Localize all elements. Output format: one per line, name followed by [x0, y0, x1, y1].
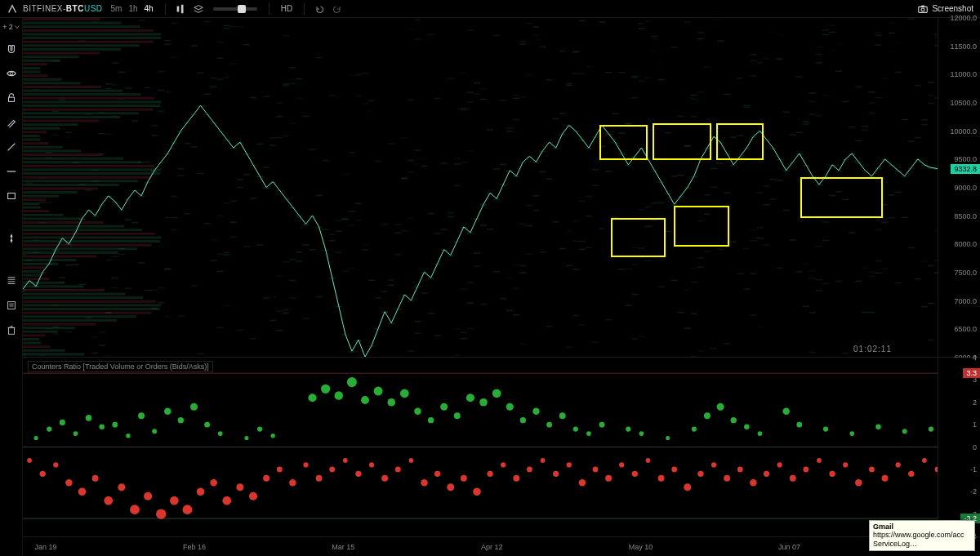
svg-rect-781 [23, 139, 41, 141]
price-pane[interactable]: 01:02:11 6000.06500.07000.07500.08000.08… [23, 18, 980, 358]
indicator-plot[interactable]: Counters Ratio [Traded Volume or Orders … [23, 358, 938, 536]
svg-point-12 [10, 239, 12, 242]
svg-rect-407 [513, 287, 519, 288]
svg-point-855 [204, 422, 210, 428]
svg-rect-816 [23, 270, 39, 273]
timeframe-5m[interactable]: 5m [108, 4, 126, 13]
line-tool-icon[interactable] [5, 140, 18, 153]
svg-point-926 [381, 475, 388, 482]
svg-rect-168 [211, 78, 217, 78]
svg-rect-280 [349, 152, 355, 153]
svg-rect-523 [658, 60, 665, 61]
layers-icon[interactable] [192, 2, 205, 16]
measure-tool-icon[interactable] [5, 232, 18, 245]
svg-rect-720 [908, 18, 915, 19]
svg-rect-558 [697, 257, 704, 258]
timeframe-1h[interactable]: 1h [125, 4, 140, 13]
svg-rect-668 [835, 280, 842, 281]
svg-rect-365 [461, 332, 467, 333]
svg-rect-361 [461, 108, 467, 109]
svg-point-873 [479, 398, 488, 407]
svg-rect-95 [112, 84, 118, 85]
price-ytick: 8500.0 [954, 212, 977, 220]
svg-point-887 [704, 412, 710, 419]
svg-rect-115 [138, 20, 145, 20]
svg-point-921 [316, 475, 323, 482]
time-xtick: Apr 12 [481, 543, 503, 551]
svg-rect-429 [540, 33, 546, 34]
svg-rect-531 [671, 47, 678, 47]
svg-point-882 [599, 422, 605, 428]
svg-rect-576 [724, 94, 730, 95]
svg-rect-672 [842, 353, 849, 354]
hline-tool-icon[interactable] [5, 165, 18, 178]
svg-rect-106 [118, 254, 125, 255]
svg-point-902 [65, 479, 72, 486]
magnet-icon[interactable] [5, 42, 18, 56]
svg-rect-370 [467, 91, 474, 92]
note-tool-icon[interactable] [5, 299, 18, 312]
svg-point-864 [361, 396, 369, 404]
svg-rect-519 [652, 36, 658, 37]
svg-rect-379 [474, 252, 480, 253]
opacity-slider-knob[interactable] [238, 5, 246, 13]
svg-rect-198 [237, 187, 243, 188]
svg-rect-600 [756, 62, 763, 63]
svg-rect-366 [461, 288, 467, 289]
price-y-axis[interactable]: 6000.06500.07000.07500.08000.08500.09000… [938, 18, 980, 357]
svg-rect-683 [862, 312, 868, 313]
svg-rect-398 [506, 131, 513, 131]
svg-rect-428 [532, 210, 539, 211]
svg-rect-192 [230, 221, 237, 222]
svg-rect-762 [23, 67, 40, 69]
eye-icon[interactable] [5, 67, 18, 80]
price-plot[interactable]: 01:02:11 [23, 18, 938, 357]
app-logo-icon[interactable] [7, 3, 18, 15]
svg-rect-295 [368, 100, 375, 101]
svg-rect-449 [566, 346, 572, 347]
brush-icon[interactable] [5, 116, 18, 129]
symbol-label[interactable]: BITFINEX-BTCUSD [23, 4, 103, 13]
timeframe-4h[interactable]: 4h [141, 4, 157, 13]
svg-rect-779 [23, 131, 47, 133]
rect-tool-icon[interactable] [5, 189, 18, 202]
indicator-pane[interactable]: Counters Ratio [Traded Volume or Orders … [23, 358, 980, 536]
svg-rect-787 [23, 161, 141, 163]
svg-rect-58 [65, 265, 72, 265]
svg-rect-150 [177, 168, 184, 169]
svg-rect-808 [23, 240, 160, 242]
opacity-slider[interactable] [213, 7, 257, 11]
screenshot-button[interactable]: Screenshot [917, 3, 973, 15]
svg-rect-608 [764, 204, 770, 205]
svg-point-934 [487, 471, 492, 477]
svg-rect-532 [671, 176, 678, 176]
highlight-box [800, 177, 883, 218]
svg-rect-222 [276, 137, 283, 138]
indicator-y-axis[interactable]: -4-3-2-1012343.3-3.2 [938, 358, 980, 536]
svg-rect-200 [243, 43, 250, 44]
trash-icon[interactable] [5, 323, 18, 336]
svg-rect-817 [23, 274, 41, 277]
price-ytick: 6500.0 [954, 325, 977, 333]
lock-icon[interactable] [5, 91, 18, 105]
fib-tool-icon[interactable] [5, 274, 18, 287]
time-x-axis[interactable]: Jan 19Feb 16Mar 15Apr 12May 10Jun 07Jul [23, 536, 980, 556]
svg-rect-724 [915, 85, 921, 86]
undo-icon[interactable] [313, 2, 326, 16]
svg-rect-169 [211, 87, 217, 87]
svg-rect-360 [461, 162, 467, 162]
hd-toggle[interactable]: HD [278, 4, 296, 13]
svg-point-963 [869, 466, 875, 472]
svg-rect-721 [908, 141, 915, 142]
redo-icon[interactable] [331, 2, 344, 16]
svg-point-916 [249, 492, 257, 500]
svg-rect-292 [362, 249, 368, 250]
add-indicator-button[interactable]: + 2 [2, 23, 19, 31]
price-ytick: 11000.0 [950, 70, 977, 78]
candles-icon[interactable] [174, 2, 187, 16]
svg-rect-836 [23, 345, 50, 348]
indicator-title[interactable]: Counters Ratio [Traded Volume or Orders … [28, 361, 213, 372]
svg-rect-88 [105, 83, 112, 84]
svg-rect-250 [302, 116, 309, 117]
svg-rect-380 [474, 265, 480, 266]
